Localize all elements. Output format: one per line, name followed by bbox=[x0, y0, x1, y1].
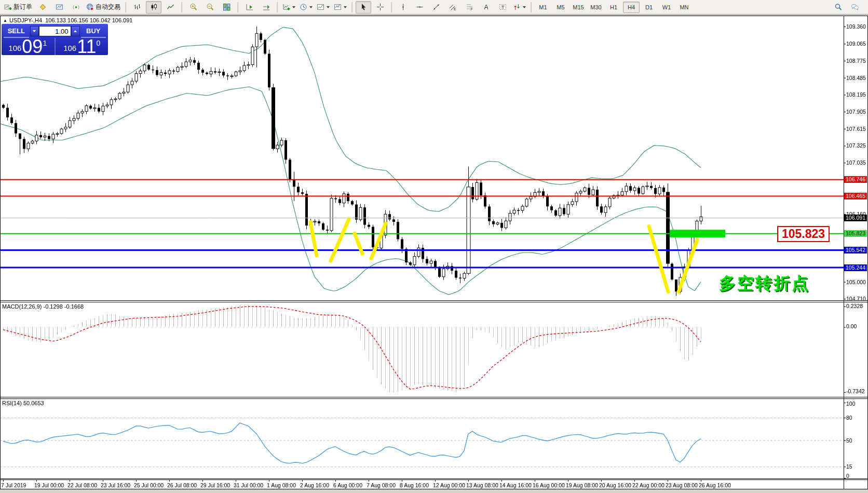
toolbar-separator bbox=[391, 2, 392, 12]
timeframe-d1-button[interactable]: D1 bbox=[641, 2, 657, 13]
bar-chart-button[interactable] bbox=[129, 1, 145, 14]
tile-windows-button[interactable] bbox=[219, 1, 234, 14]
toolbar-separator bbox=[237, 2, 238, 12]
time-axis-label: 22 Aug 00:00 bbox=[632, 482, 664, 488]
time-axis-label: 16 Aug 00:00 bbox=[533, 482, 565, 488]
toolbar-separator bbox=[351, 2, 352, 12]
channel-icon: E bbox=[449, 3, 457, 11]
indicators-icon bbox=[317, 3, 324, 11]
templates-button[interactable] bbox=[332, 1, 348, 14]
timeframe-h1-button[interactable]: H1 bbox=[605, 2, 622, 13]
community-chat-button[interactable] bbox=[847, 1, 862, 14]
volume-decrease-button[interactable] bbox=[30, 26, 39, 36]
autotrading-button[interactable]: 自动交易 bbox=[85, 1, 122, 14]
volume-input[interactable] bbox=[39, 26, 71, 36]
dropdown-caret-icon bbox=[344, 6, 347, 8]
timeframe-w1-button[interactable]: W1 bbox=[658, 2, 675, 13]
price-divider bbox=[55, 38, 56, 55]
time-axis-label: 22 Jul 08:00 bbox=[67, 482, 97, 488]
cursor-icon bbox=[360, 3, 368, 11]
volume-increase-button[interactable] bbox=[71, 26, 80, 36]
level-price-label: 106.746 bbox=[844, 176, 867, 183]
vertical-line-button[interactable] bbox=[395, 1, 411, 14]
search-icon bbox=[834, 3, 842, 11]
time-axis-label: 29 Jul 16:00 bbox=[200, 482, 230, 488]
macd-indicator-label: MACD(12,26,9) -0.1298 -0.1668 bbox=[2, 303, 84, 310]
timeframe-mn-button[interactable]: MN bbox=[676, 2, 693, 13]
zoom-out-button[interactable] bbox=[202, 1, 218, 14]
timeframe-m1-button[interactable]: M1 bbox=[535, 2, 551, 13]
rsi-scale-label: 100 bbox=[846, 401, 856, 407]
chevron-down-icon bbox=[33, 30, 36, 32]
level-price-label: 105.244 bbox=[844, 264, 867, 271]
search-button[interactable] bbox=[830, 1, 846, 14]
sell-price-pips: 09 bbox=[22, 39, 43, 55]
time-axis-label: 26 Jul 08:00 bbox=[167, 482, 197, 488]
toolbar-separator bbox=[531, 2, 532, 12]
rsi-scale-label: 15 bbox=[846, 463, 852, 470]
periods-button[interactable] bbox=[298, 1, 314, 14]
symbol-info[interactable]: ▲USDJPY-,H4 106.133 106.156 106.042 106.… bbox=[3, 17, 132, 23]
time-axis-label: 12 Aug 00:00 bbox=[433, 482, 465, 488]
collapse-icon[interactable]: ▲ bbox=[3, 18, 7, 23]
price-chart-canvas[interactable] bbox=[0, 0, 868, 493]
sell-price-handle: 106 bbox=[8, 44, 21, 52]
rsi-scale-label: 0 bbox=[846, 473, 849, 479]
buy-price-point: 0 bbox=[97, 39, 101, 47]
auto-scroll-button[interactable] bbox=[258, 1, 274, 14]
template-icon bbox=[334, 3, 342, 11]
data-window-button[interactable] bbox=[51, 1, 67, 14]
timeframe-m5-button[interactable]: M5 bbox=[552, 2, 569, 13]
sell-price-point: 1 bbox=[43, 39, 47, 47]
horizontal-line-button[interactable] bbox=[412, 1, 427, 14]
buy-price[interactable]: 106110 bbox=[56, 38, 108, 55]
candlestick-chart-button[interactable] bbox=[146, 1, 161, 14]
new-order-button[interactable]: 新订单 bbox=[3, 1, 34, 14]
rsi-scale-label: 50 bbox=[846, 437, 852, 444]
time-axis-label: 19 Jul 00:00 bbox=[34, 482, 64, 488]
timeframe-m30-button[interactable]: M30 bbox=[588, 2, 604, 13]
timeframe-m15-button[interactable]: M15 bbox=[570, 2, 587, 13]
shift-icon bbox=[246, 3, 253, 11]
text-button[interactable]: A bbox=[478, 1, 494, 14]
equidistant-channel-button[interactable]: E bbox=[445, 1, 460, 14]
chart-shift-button[interactable] bbox=[241, 1, 257, 14]
sell-price[interactable]: 106091 bbox=[2, 38, 54, 55]
market-watch-button[interactable] bbox=[35, 1, 50, 14]
vline-icon bbox=[399, 3, 407, 11]
signals-button[interactable] bbox=[68, 1, 84, 14]
price-tick-label: 105.000 bbox=[846, 279, 866, 285]
arrow-objects-button[interactable] bbox=[511, 1, 527, 14]
price-callout-box[interactable]: 105.823 bbox=[777, 226, 830, 242]
macd-scale-label: 0.00 bbox=[846, 323, 857, 329]
timeframe-h4-button[interactable]: H4 bbox=[623, 2, 640, 13]
chevron-up-icon bbox=[74, 30, 77, 32]
trendline-button[interactable] bbox=[428, 1, 444, 14]
text-t-icon: T bbox=[499, 3, 507, 11]
fibonacci-button[interactable]: F bbox=[462, 1, 477, 14]
time-axis-label: 19 Aug 08:00 bbox=[566, 482, 598, 488]
rsi-indicator-label: RSI(14) 50.0653 bbox=[2, 400, 44, 406]
cursor-button[interactable] bbox=[356, 1, 371, 14]
text-a-icon: A bbox=[482, 3, 490, 11]
toolbar: 新订单自动交易EFATM1M5M15M30H1H4D1W1MN bbox=[0, 0, 868, 15]
line-chart-button[interactable] bbox=[162, 1, 178, 14]
toolbar-separator bbox=[277, 2, 278, 12]
chat-icon bbox=[851, 3, 859, 11]
time-axis-label: 23 Aug 08:00 bbox=[666, 482, 698, 488]
new-order-icon bbox=[4, 3, 12, 11]
turning-point-annotation[interactable]: 多空转折点 bbox=[719, 272, 810, 295]
text-label-button[interactable]: T bbox=[495, 1, 510, 14]
time-axis-label: 14 Aug 16:00 bbox=[499, 482, 532, 488]
time-axis-label: 7 Aug 08:00 bbox=[367, 482, 396, 488]
price-tick-label: 108.485 bbox=[846, 75, 866, 81]
zoom-out-icon bbox=[206, 3, 214, 11]
crosshair-button[interactable] bbox=[372, 1, 388, 14]
price-tick-label: 107.035 bbox=[846, 159, 866, 166]
indicators-button[interactable] bbox=[315, 1, 331, 14]
level-price-label: 105.823 bbox=[844, 230, 867, 237]
autoscroll-icon bbox=[262, 3, 270, 11]
buy-price-pips: 11 bbox=[77, 39, 96, 55]
zoom-in-button[interactable] bbox=[185, 1, 201, 14]
new-chart-button[interactable] bbox=[281, 1, 297, 14]
